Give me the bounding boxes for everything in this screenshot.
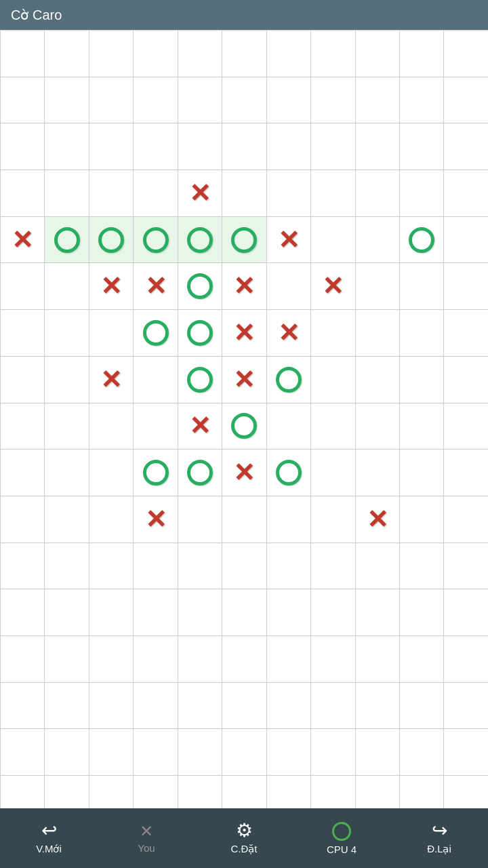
board-cell[interactable] bbox=[1, 729, 45, 776]
board-cell[interactable] bbox=[356, 123, 400, 170]
board-cell[interactable] bbox=[45, 123, 89, 170]
board-cell[interactable] bbox=[311, 636, 355, 683]
board-cell[interactable] bbox=[311, 450, 355, 496]
board-cell[interactable] bbox=[311, 123, 355, 170]
board-cell[interactable] bbox=[400, 217, 444, 264]
board-cell[interactable] bbox=[1, 310, 45, 357]
board-cell[interactable] bbox=[178, 729, 222, 776]
board-cell[interactable] bbox=[178, 123, 222, 170]
board-cell[interactable] bbox=[134, 217, 178, 264]
undo-button[interactable]: ↪ Đ.Lại bbox=[390, 808, 488, 868]
board-cell[interactable] bbox=[356, 217, 400, 264]
board-cell[interactable] bbox=[444, 729, 488, 776]
board-cell[interactable] bbox=[89, 123, 134, 170]
board-cell[interactable] bbox=[45, 683, 89, 730]
board-cell[interactable]: ✕ bbox=[222, 357, 266, 403]
board-cell[interactable] bbox=[222, 31, 266, 77]
board-cell[interactable] bbox=[45, 543, 89, 590]
board-cell[interactable] bbox=[400, 636, 444, 683]
cpu-button[interactable]: CPU 4 bbox=[293, 808, 390, 868]
board-cell[interactable] bbox=[134, 31, 178, 77]
board-cell[interactable] bbox=[267, 403, 311, 450]
board-cell[interactable] bbox=[45, 450, 89, 496]
board-cell[interactable] bbox=[178, 357, 222, 403]
board-cell[interactable] bbox=[134, 310, 178, 357]
board-cell[interactable] bbox=[1, 589, 45, 636]
board-cell[interactable] bbox=[134, 123, 178, 170]
board-cell[interactable] bbox=[267, 496, 311, 543]
board-cell[interactable] bbox=[311, 496, 355, 543]
board-cell[interactable] bbox=[89, 776, 134, 808]
board-cell[interactable] bbox=[444, 403, 488, 450]
board-cell[interactable] bbox=[444, 263, 488, 310]
board-cell[interactable] bbox=[444, 123, 488, 170]
board-cell[interactable] bbox=[1, 496, 45, 543]
board-cell[interactable] bbox=[311, 403, 355, 450]
board-cell[interactable] bbox=[45, 776, 89, 808]
board-cell[interactable] bbox=[178, 496, 222, 543]
board-cell[interactable] bbox=[311, 170, 355, 217]
board-cell[interactable] bbox=[1, 170, 45, 217]
board-cell[interactable] bbox=[356, 357, 400, 403]
board-cell[interactable] bbox=[356, 450, 400, 496]
board-cell[interactable] bbox=[222, 217, 266, 264]
board-cell[interactable] bbox=[89, 170, 134, 217]
board-cell[interactable] bbox=[267, 123, 311, 170]
board-cell[interactable] bbox=[444, 450, 488, 496]
board-cell[interactable] bbox=[134, 776, 178, 808]
board-cell[interactable] bbox=[267, 729, 311, 776]
board-cell[interactable] bbox=[400, 496, 444, 543]
board-cell[interactable] bbox=[400, 776, 444, 808]
board-cell[interactable] bbox=[89, 636, 134, 683]
board-cell[interactable] bbox=[1, 776, 45, 808]
board-cell[interactable] bbox=[311, 683, 355, 730]
board-cell[interactable] bbox=[267, 263, 311, 310]
board-cell[interactable] bbox=[45, 403, 89, 450]
board-cell[interactable] bbox=[444, 496, 488, 543]
board-cell[interactable] bbox=[400, 123, 444, 170]
board-cell[interactable] bbox=[267, 683, 311, 730]
board-cell[interactable] bbox=[89, 496, 134, 543]
board-cell[interactable] bbox=[134, 729, 178, 776]
board-cell[interactable]: ✕ bbox=[178, 170, 222, 217]
board-cell[interactable] bbox=[1, 450, 45, 496]
board-cell[interactable] bbox=[267, 450, 311, 496]
board-cell[interactable]: ✕ bbox=[311, 263, 355, 310]
board-cell[interactable] bbox=[134, 683, 178, 730]
board-cell[interactable] bbox=[400, 31, 444, 77]
board-cell[interactable] bbox=[178, 450, 222, 496]
board-cell[interactable] bbox=[267, 357, 311, 403]
board-cell[interactable] bbox=[134, 589, 178, 636]
board-cell[interactable] bbox=[444, 217, 488, 264]
board-cell[interactable] bbox=[444, 31, 488, 77]
new-game-button[interactable]: ↩ V.Mới bbox=[0, 808, 98, 868]
you-button[interactable]: ✕ You bbox=[98, 808, 195, 868]
board-cell[interactable] bbox=[400, 310, 444, 357]
board-cell[interactable]: ✕ bbox=[222, 263, 266, 310]
board-cell[interactable] bbox=[89, 31, 134, 77]
board-cell[interactable] bbox=[444, 170, 488, 217]
board-cell[interactable] bbox=[356, 543, 400, 590]
board-cell[interactable] bbox=[178, 77, 222, 124]
board-cell[interactable] bbox=[444, 310, 488, 357]
board-cell[interactable] bbox=[89, 403, 134, 450]
board-cell[interactable] bbox=[1, 77, 45, 124]
board-cell[interactable] bbox=[356, 636, 400, 683]
board-cell[interactable] bbox=[178, 636, 222, 683]
board-cell[interactable] bbox=[89, 683, 134, 730]
board-cell[interactable] bbox=[356, 310, 400, 357]
board-cell[interactable] bbox=[89, 310, 134, 357]
board-cell[interactable] bbox=[311, 729, 355, 776]
board-cell[interactable]: ✕ bbox=[134, 496, 178, 543]
board-cell[interactable] bbox=[444, 683, 488, 730]
board-cell[interactable]: ✕ bbox=[1, 217, 45, 264]
board-cell[interactable] bbox=[222, 77, 266, 124]
board-cell[interactable] bbox=[134, 357, 178, 403]
board-cell[interactable] bbox=[400, 543, 444, 590]
board-cell[interactable] bbox=[267, 776, 311, 808]
board-cell[interactable]: ✕ bbox=[178, 403, 222, 450]
board-cell[interactable] bbox=[178, 589, 222, 636]
board-cell[interactable] bbox=[311, 589, 355, 636]
board-cell[interactable] bbox=[267, 170, 311, 217]
board-cell[interactable] bbox=[400, 170, 444, 217]
